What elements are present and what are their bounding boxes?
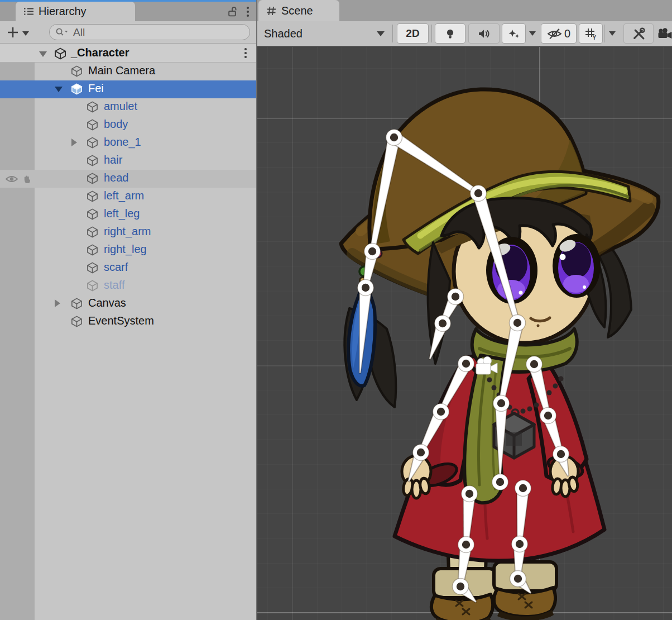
camera-icon: [657, 27, 672, 40]
tree-row-EventSystem[interactable]: EventSystem: [0, 313, 256, 331]
hidden-objects-count: 0: [564, 27, 570, 40]
tree-row-Fei[interactable]: Fei: [0, 80, 256, 98]
speaker-icon: [478, 28, 491, 39]
gameobject-label: bone_1: [104, 136, 141, 149]
scene-lighting-button[interactable]: [435, 23, 465, 44]
tree-row-amulet[interactable]: amulet: [0, 98, 256, 116]
search-input[interactable]: All: [49, 24, 250, 40]
scene-audio-button[interactable]: [468, 23, 500, 44]
gameobject-label: left_leg: [104, 207, 140, 220]
tab-hierarchy[interactable]: Hierarchy: [16, 2, 135, 21]
gameobject-cube-icon: [86, 244, 99, 259]
gameobject-cube-icon: [70, 83, 83, 98]
gameobject-label: head: [104, 171, 129, 184]
gameobject-label: EventSystem: [88, 314, 154, 327]
draw-mode-label: Shaded: [264, 27, 303, 40]
unity-scene-icon: [54, 47, 67, 60]
search-icon: [55, 27, 70, 37]
scene-effects-button[interactable]: [502, 23, 526, 44]
gameobject-label: scarf: [104, 261, 128, 274]
left-boot: [431, 594, 493, 620]
hierarchy-tab-bar: Hierarchy: [0, 2, 256, 21]
gameobject-cube-icon: [86, 136, 99, 151]
caret-down-icon: [529, 31, 536, 36]
right-eye: [553, 234, 601, 298]
toggle-2d-button[interactable]: 2D: [397, 23, 429, 44]
expander-closed-icon[interactable]: [71, 139, 77, 146]
svg-text:Y: Y: [592, 35, 596, 40]
draw-mode-caret-icon: [377, 31, 385, 36]
lock-icon[interactable]: [228, 6, 237, 17]
gameobject-label: staff: [104, 279, 124, 292]
gameobject-label: Fei: [88, 82, 104, 95]
gameobject-cube-icon: [86, 190, 99, 205]
tree-row-head[interactable]: head: [0, 170, 256, 188]
tools-wrench-icon: [632, 27, 645, 40]
search-filter-label: All: [73, 26, 85, 39]
caret-down-icon: [609, 31, 616, 36]
grid-visibility-button[interactable]: Y: [579, 23, 603, 44]
plus-icon: [7, 26, 19, 39]
hierarchy-toolbar: All: [0, 21, 256, 44]
effects-sparkle-icon: [508, 28, 520, 39]
gameobject-label: left_arm: [104, 189, 144, 202]
grid-dropdown-caret[interactable]: [606, 23, 618, 44]
gameobject-label: right_arm: [104, 225, 151, 238]
scene-expander-icon[interactable]: [39, 51, 47, 57]
gameobject-cube-icon: [86, 172, 99, 187]
toolbar-separator: [431, 25, 432, 42]
create-object-dropdown-caret[interactable]: [22, 31, 29, 36]
tree-row-body[interactable]: body: [0, 116, 256, 134]
gameobject-cube-icon: [70, 315, 83, 330]
gameobject-cube-icon: [70, 65, 83, 80]
draw-mode-dropdown[interactable]: Shaded: [257, 21, 392, 46]
tab-scene[interactable]: Scene: [258, 0, 339, 21]
tree-row-Canvas[interactable]: Canvas: [0, 295, 256, 313]
expander-open-icon[interactable]: [55, 87, 63, 92]
customize-tools-button[interactable]: [623, 23, 654, 44]
create-object-button[interactable]: [4, 24, 21, 41]
camera-button[interactable]: [657, 23, 672, 44]
tree-row-Main Camera[interactable]: Main Camera: [0, 63, 256, 80]
gameobject-cube-icon: [86, 261, 99, 276]
expander-closed-icon[interactable]: [55, 299, 60, 307]
unity-editor-window: Hierarchy All _Character Ma: [0, 0, 672, 620]
eye-crossed-icon: [547, 28, 562, 40]
scene-viewport[interactable]: [257, 47, 672, 620]
gameobject-label: amulet: [104, 100, 137, 113]
gameobject-cube-icon: [86, 208, 99, 223]
gameobject-cube-icon: [70, 297, 83, 312]
tree-row-hair[interactable]: hair: [0, 152, 256, 170]
scene-tab-bar: Scene: [257, 0, 672, 21]
toolbar-separator: [392, 25, 393, 42]
scene-toolbar: Shaded 2D 0: [257, 21, 672, 47]
row-pickable-hand-icon[interactable]: [22, 174, 33, 186]
toolbar-separator: [604, 25, 604, 42]
scene-menu-kebab-icon[interactable]: [244, 47, 247, 59]
gameobject-cube-icon: [86, 101, 99, 116]
tree-row-left_arm[interactable]: left_arm: [0, 188, 256, 206]
scene-header-row[interactable]: _Character: [0, 44, 256, 63]
gameobject-label: hair: [104, 154, 122, 166]
hidden-objects-button[interactable]: 0: [541, 23, 577, 44]
tree-row-right_leg[interactable]: right_leg: [0, 241, 256, 259]
panel-focus-indicator: [0, 0, 256, 2]
tree-row-bone_1[interactable]: bone_1: [0, 134, 256, 152]
effects-dropdown-caret[interactable]: [526, 23, 539, 44]
gameobject-label: Canvas: [88, 297, 126, 309]
gameobject-cube-icon: [86, 154, 99, 169]
scene-tab-label: Scene: [281, 4, 313, 17]
row-visibility-eye-icon[interactable]: [6, 174, 18, 186]
tree-row-scarf[interactable]: scarf: [0, 259, 256, 277]
gameobject-label: Main Camera: [88, 64, 155, 77]
gameobject-label: body: [104, 118, 128, 131]
gameobject-cube-icon: [86, 279, 99, 294]
hierarchy-menu-kebab-icon[interactable]: [246, 6, 249, 17]
gameobject-cube-icon: [86, 226, 99, 241]
tree-row-left_leg[interactable]: left_leg: [0, 206, 256, 223]
tree-row-staff[interactable]: staff: [0, 277, 256, 295]
tree-row-right_arm[interactable]: right_arm: [0, 223, 256, 241]
scene-name-label: _Character: [71, 46, 129, 59]
scene-grid-icon: [266, 6, 277, 16]
hierarchy-list-icon: [23, 7, 34, 16]
